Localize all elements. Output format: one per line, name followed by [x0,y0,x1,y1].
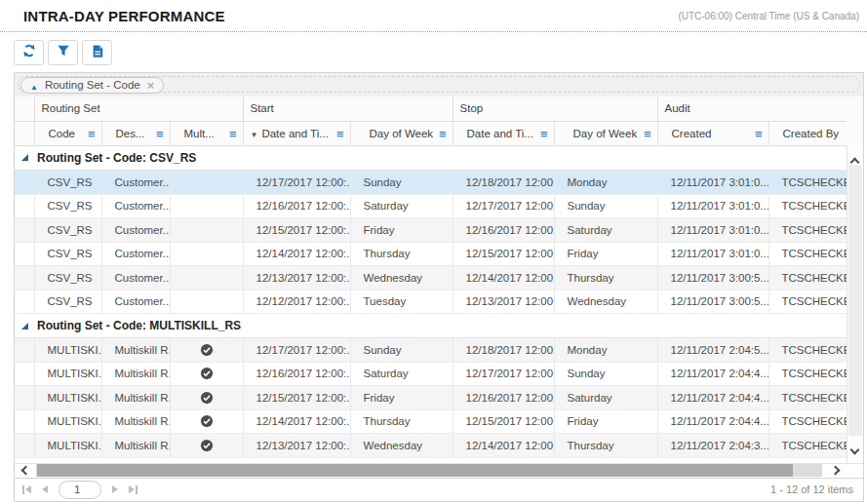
group-indent-cell [15,194,34,218]
table-row[interactable]: MULTISKI...Multiskill R...12/15/2017 12:… [15,386,847,410]
column-header-stop-date[interactable]: Date and Ti... [453,121,554,145]
cell-start-date: 12/16/2017 12:00:... [243,194,350,218]
group-indent-cell [15,266,34,291]
group-header-row[interactable]: Routing Set - Code: MULTISKILL_RS [15,314,847,338]
cell-start-day: Thursday [350,242,453,266]
table-row[interactable]: MULTISKI...Multiskill R...12/16/2017 12:… [15,362,847,386]
cell-stop-date: 12/16/2017 12:00:... [453,218,554,243]
horizontal-scroll-thumb[interactable] [37,464,793,477]
column-menu-icon[interactable] [439,127,447,141]
cell-start-date: 12/17/2017 12:00:... [243,171,350,195]
cell-code: CSV_RS [34,242,101,266]
group-chip-routing-set-code[interactable]: Routing Set - Code [20,77,164,94]
column-menu-icon[interactable] [156,127,164,141]
grid-header: Routing Set Start Stop Audit Code Des...… [15,97,863,146]
cell-created: 12/11/2017 2:04:4... [657,386,768,410]
export-button[interactable] [82,40,112,65]
group-label: Routing Set - Code: MULTISKILL_RS [37,319,241,332]
group-by-band[interactable]: Routing Set - Code [15,73,863,97]
column-header-created-by[interactable]: Created By [768,121,847,145]
cell-created-by: TCSCHECKER, [768,218,847,243]
sort-ascending-icon[interactable] [30,76,38,94]
pager-info: 1 - 12 of 12 items [770,484,853,495]
cell-stop-date: 12/15/2017 12:00:... [453,242,554,266]
page-number-input[interactable] [59,481,101,499]
table-row[interactable]: CSV_RSCustomer...12/12/2017 12:00:...Tue… [15,290,847,314]
column-header-start-date[interactable]: Date and Ti... [243,121,350,145]
column-header-code[interactable]: Code [34,121,101,145]
cell-created-by: TCSCHECKER, [768,362,847,386]
cell-stop-day: Sunday [554,194,657,218]
cell-stop-date: 12/17/2017 12:00:... [453,194,554,218]
cell-start-day: Saturday [350,362,453,386]
column-group-stop: Stop [453,97,657,121]
scroll-right-icon[interactable] [822,467,847,474]
cell-multiskill [170,171,243,195]
filter-button[interactable] [48,40,78,65]
refresh-button[interactable] [14,40,44,65]
collapse-group-icon[interactable] [21,323,28,330]
cell-start-day: Sunday [350,338,453,363]
column-menu-icon[interactable] [644,127,651,141]
group-indent-cell [15,434,34,458]
table-row[interactable]: CSV_RSCustomer...12/17/2017 12:00:...Sun… [15,171,847,195]
previous-page-button[interactable] [42,485,48,493]
scrollbar-corner [847,464,863,477]
next-page-button[interactable] [112,485,118,493]
column-menu-icon[interactable] [88,127,96,141]
cell-start-day: Wednesday [350,434,453,458]
first-page-button[interactable] [22,485,31,494]
cell-multiskill [170,242,243,266]
column-menu-icon[interactable] [755,127,763,141]
scroll-down-icon[interactable] [851,440,858,457]
column-menu-icon[interactable] [336,127,344,141]
group-indent-cell [15,242,34,266]
table-row[interactable]: MULTISKI...Multiskill R...12/13/2017 12:… [15,434,847,458]
column-menu-icon[interactable] [229,127,237,141]
titlebar: INTRA-DAY PERFORMANCE (UTC-06:00) Centra… [0,0,867,32]
column-header-created[interactable]: Created [657,121,768,145]
group-header-row[interactable]: Routing Set - Code: CSV_RS [15,146,847,171]
cell-start-date: 12/16/2017 12:00:... [243,362,350,386]
column-header-description[interactable]: Des... [101,121,170,145]
column-menu-icon[interactable] [540,127,548,141]
group-indent-cell [15,362,34,386]
cell-created-by: TCSCHECKER, [768,194,847,218]
vertical-scroll-thumb[interactable] [848,165,862,436]
cell-description: Multiskill R... [101,434,170,458]
close-icon[interactable] [147,76,155,94]
cell-code: MULTISKI... [34,362,101,386]
cell-description: Customer... [101,194,170,218]
cell-start-date: 12/12/2017 12:00:... [243,290,350,314]
collapse-group-icon[interactable] [21,154,28,161]
cell-start-day: Tuesday [350,290,453,314]
cell-created: 12/11/2017 2:04:3... [657,434,768,458]
vertical-scrollbar[interactable] [847,146,863,463]
table-row[interactable]: CSV_RSCustomer...12/16/2017 12:00:...Sat… [15,194,847,218]
cell-stop-day: Thursday [554,266,657,291]
last-page-button[interactable] [129,485,138,494]
table-row[interactable]: CSV_RSCustomer...12/15/2017 12:00:...Fri… [15,218,847,243]
table-row[interactable]: CSV_RSCustomer...12/13/2017 12:00:...Wed… [15,266,847,291]
column-header-start-day[interactable]: Day of Week [350,121,453,145]
column-header-multiskill[interactable]: Mult... [170,121,243,145]
table-row[interactable]: MULTISKI...Multiskill R...12/17/2017 12:… [15,338,847,363]
next-page-icon [112,485,118,493]
cell-created-by: TCSCHECKER, [768,242,847,266]
table-row[interactable]: MULTISKI...Multiskill R...12/14/2017 12:… [15,409,847,434]
table-row[interactable]: CSV_RSCustomer...12/14/2017 12:00:...Thu… [15,242,847,266]
intraday-performance-grid: Routing Set - Code Routing Set Start Sto… [14,72,864,502]
horizontal-scroll-track[interactable] [36,464,822,477]
group-indent-cell [15,409,34,434]
cell-stop-date: 12/17/2017 12:00:... [453,362,554,386]
cell-stop-date: 12/18/2017 12:00:... [453,171,554,195]
horizontal-scrollbar[interactable] [15,463,863,478]
cell-stop-date: 12/13/2017 12:00:... [453,290,554,314]
cell-start-date: 12/14/2017 12:00:... [243,409,350,434]
cell-description: Customer... [101,290,170,314]
cell-stop-day: Friday [554,242,657,266]
column-header-stop-day[interactable]: Day of Week [554,121,657,145]
scroll-left-icon[interactable] [15,467,36,474]
cell-created-by: TCSCHECKER, [768,266,847,291]
cell-multiskill [170,290,243,314]
